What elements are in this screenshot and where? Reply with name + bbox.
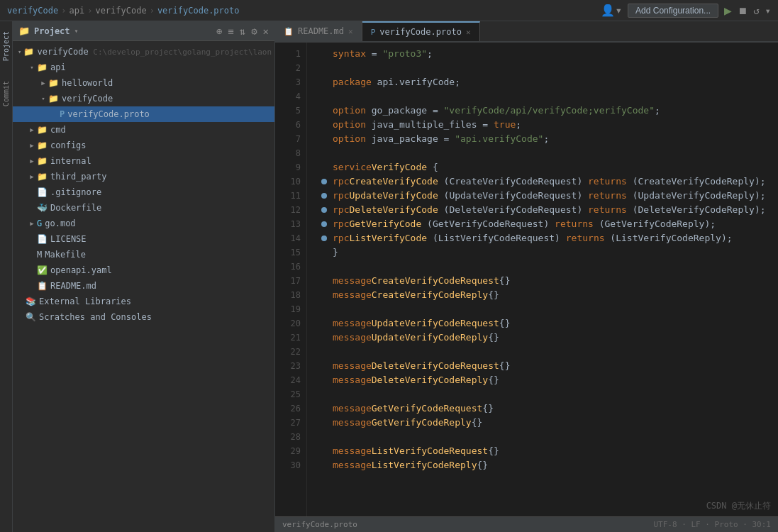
tree-item[interactable]: 🔍Scratches and Consoles xyxy=(13,309,274,325)
code-line: rpc ListVerifyCode (ListVerifyCodeReques… xyxy=(318,231,778,245)
tree-item[interactable]: PverifyCode.proto xyxy=(13,106,274,122)
gutter-marker xyxy=(318,221,330,227)
tab-readme[interactable]: 📋 README.md ✕ xyxy=(275,21,362,41)
line-number: 7 xyxy=(275,132,306,146)
tree-icon: 📋 xyxy=(37,281,48,291)
tree-item[interactable]: ✅openapi.yaml xyxy=(13,262,274,278)
tree-label: Scratches and Consoles xyxy=(39,312,152,322)
line-number: 15 xyxy=(275,245,306,260)
tree-item[interactable]: ▶📁internal xyxy=(13,153,274,169)
readme-tab-close[interactable]: ✕ xyxy=(348,27,353,36)
readme-tab-icon: 📋 xyxy=(284,27,294,36)
project-panel: 📁 Project ▾ ⊕ ≡ ⇅ ⚙ ✕ ▾📁verifyCode C:\de… xyxy=(13,21,275,532)
tree-icon: 📁 xyxy=(37,125,48,135)
code-line: message GetVerifyCodeRequest {} xyxy=(318,401,778,416)
tree-icon: 📚 xyxy=(26,297,36,306)
line-number: 20 xyxy=(275,316,306,331)
panel-action-settings[interactable]: ⚙ xyxy=(251,26,257,37)
line-number: 25 xyxy=(275,387,306,401)
panel-action-collapse[interactable]: ≡ xyxy=(228,26,233,37)
panel-action-sync[interactable]: ⊕ xyxy=(216,26,222,37)
code-line xyxy=(318,387,778,401)
code-content[interactable]: syntax = "proto3"; package api.verifyCod… xyxy=(307,43,778,516)
tree-icon: 📁 xyxy=(23,47,34,57)
code-line: message ListVerifyCodeReply {} xyxy=(318,458,778,472)
breadcrumb-project[interactable]: verifyCode xyxy=(7,6,58,16)
breadcrumb-verifycode[interactable]: verifyCode xyxy=(95,6,146,16)
tree-item[interactable]: ▾📁verifyCode C:\develop_project\golang_p… xyxy=(13,44,274,60)
rerun-icon[interactable]: ↺ xyxy=(753,5,759,16)
tree-arrow: ▶ xyxy=(27,142,37,149)
line-number: 22 xyxy=(275,345,306,359)
line-number: 19 xyxy=(275,302,306,316)
proto-tab-icon: P xyxy=(371,28,376,37)
tree-arrow: ▶ xyxy=(27,220,37,227)
tree-label: third_party xyxy=(50,172,106,182)
code-line: rpc UpdateVerifyCode (UpdateVerifyCodeRe… xyxy=(318,189,778,203)
tree-item[interactable]: ▶Ggo.mod xyxy=(13,216,274,231)
tree-item[interactable]: ▾📁api xyxy=(13,60,274,75)
line-number: 10 xyxy=(275,174,306,189)
line-number: 9 xyxy=(275,160,306,174)
tree-icon: 📄 xyxy=(37,234,48,244)
tab-verifycode-proto[interactable]: P verifyCode.proto ✕ xyxy=(362,21,480,41)
status-text: verifyCode.proto xyxy=(282,520,357,529)
line-number: 1 xyxy=(275,47,306,61)
gutter-dot xyxy=(321,221,327,227)
tree-item[interactable]: 📄LICENSE xyxy=(13,231,274,247)
tree-item[interactable]: ▶📁cmd xyxy=(13,122,274,138)
code-line: message DeleteVerifyCodeReply {} xyxy=(318,373,778,387)
tree-item[interactable]: ▶📁helloworld xyxy=(13,75,274,91)
panel-action-close[interactable]: ✕ xyxy=(263,26,269,37)
code-line xyxy=(318,430,778,444)
tree-arrow: ▾ xyxy=(16,48,23,55)
tree-icon: M xyxy=(37,250,42,260)
line-number: 18 xyxy=(275,288,306,302)
main-layout: Project Commit 📁 Project ▾ ⊕ ≡ ⇅ ⚙ ✕ ▾📁v… xyxy=(0,21,778,532)
tree-item[interactable]: ▶📁configs xyxy=(13,138,274,153)
gutter-dot xyxy=(321,235,327,241)
tree-icon: 📁 xyxy=(48,78,59,88)
code-line: service VerifyCode { xyxy=(318,160,778,174)
line-number: 16 xyxy=(275,260,306,274)
tree-arrow: ▾ xyxy=(27,64,37,71)
code-line: rpc CreateVerifyCode (CreateVerifyCodeRe… xyxy=(318,174,778,189)
tree-item[interactable]: ▾📁verifyCode xyxy=(13,91,274,106)
line-number: 5 xyxy=(275,104,306,118)
tree-item[interactable]: 📋README.md xyxy=(13,278,274,294)
panel-action-sort[interactable]: ⇅ xyxy=(240,26,245,37)
panel-dropdown[interactable]: ▾ xyxy=(74,27,79,35)
breadcrumb-file[interactable]: verifyCode.proto xyxy=(157,6,240,16)
gutter-dot xyxy=(321,207,327,213)
tree-item[interactable]: 📄.gitignore xyxy=(13,184,274,200)
code-line xyxy=(318,345,778,359)
more-icon[interactable]: ▾ xyxy=(765,5,771,16)
code-line: message UpdateVerifyCodeRequest {} xyxy=(318,316,778,331)
user-icon[interactable]: 👤▾ xyxy=(601,4,622,17)
code-line xyxy=(318,146,778,160)
line-numbers: 1234567891011121314151617181920212223242… xyxy=(275,43,307,516)
code-line: message GetVerifyCodeReply {} xyxy=(318,416,778,430)
tree-item[interactable]: ▶📁third_party xyxy=(13,169,274,184)
stop-icon[interactable]: ⏹ xyxy=(738,5,748,16)
gutter-dot xyxy=(321,193,327,199)
side-tab-commit[interactable]: Commit xyxy=(1,78,11,109)
tree-item[interactable]: 📚External Libraries xyxy=(13,294,274,309)
tree-item[interactable]: 🐳Dockerfile xyxy=(13,200,274,216)
sep1: › xyxy=(61,6,66,16)
tree-icon: 📁 xyxy=(37,172,48,182)
code-line: message UpdateVerifyCodeReply {} xyxy=(318,331,778,345)
line-number: 21 xyxy=(275,331,306,345)
tree-item[interactable]: MMakefile xyxy=(13,247,274,262)
add-config-button[interactable]: Add Configuration... xyxy=(628,4,718,18)
line-number: 2 xyxy=(275,61,306,75)
proto-tab-label: verifyCode.proto xyxy=(379,27,462,37)
proto-tab-close[interactable]: ✕ xyxy=(466,28,471,37)
gutter-marker xyxy=(318,179,330,184)
code-line: message ListVerifyCodeRequest {} xyxy=(318,444,778,458)
breadcrumb-api[interactable]: api xyxy=(69,6,84,16)
run-button[interactable]: ▶ xyxy=(724,5,732,16)
tree-label: go.mod xyxy=(45,218,75,228)
tree-label: verifyCode C:\develop_project\golang_pro… xyxy=(37,47,272,57)
side-tab-project[interactable]: Project xyxy=(1,28,11,64)
